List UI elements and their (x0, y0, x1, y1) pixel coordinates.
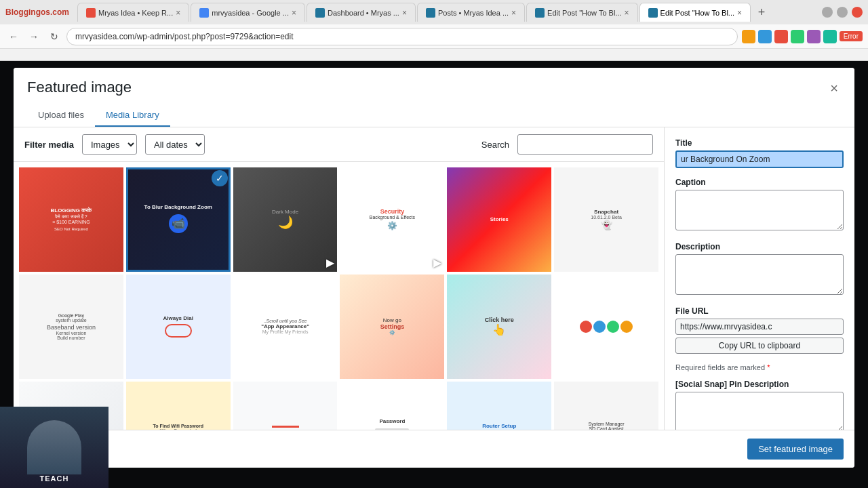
avatar-figure (27, 420, 81, 474)
media-item-11[interactable]: Click here 👆 (447, 274, 551, 379)
media-item-6[interactable]: Snapchat 10.61.2.0 Beta 👻 (554, 167, 658, 272)
media-item-15[interactable]: ⬇️ (233, 382, 338, 430)
tab-5-close[interactable]: × (625, 8, 629, 18)
media-item-2[interactable]: To Blur Background Zoom 📹 ✓ (126, 167, 231, 272)
play-overlay-3: ▶ (326, 256, 334, 269)
featured-image-modal: Featured image × Upload files Media Libr… (14, 68, 854, 468)
presenter-avatar: TEACH (0, 407, 108, 488)
tab-5[interactable]: Edit Post "How To Bl... × (526, 3, 637, 22)
tab-1-label: Mryas Idea • Keep R... (98, 9, 173, 17)
ext-5[interactable] (807, 30, 821, 43)
modal-tab-list: Upload files Media Library (27, 104, 841, 127)
copy-url-button[interactable]: Copy URL to clipboard (675, 338, 844, 354)
tab-2-label: mrvyasidea - Google ... (212, 9, 289, 17)
selected-check-badge: ✓ (212, 170, 228, 186)
site-logo: Bloggingos.com (5, 7, 69, 17)
tab-3-label: Dashboard • Mryas ... (328, 9, 399, 17)
reload-button[interactable]: ↻ (46, 28, 62, 45)
browser-toolbar: ← → ↻ mrvyasidea.com/wp-admin/post.php?p… (0, 24, 868, 49)
social-snap-pin-label: [Social Snap] Pin Description (675, 380, 844, 389)
tab-1[interactable]: Mryas Idea • Keep R... × (77, 3, 189, 22)
tab-3[interactable]: Dashboard • Mryas ... × (307, 3, 416, 22)
media-toolbar: Filter media Images Audio Video All date… (14, 127, 664, 162)
ext-6[interactable] (823, 30, 837, 43)
tab-media-library[interactable]: Media Library (95, 104, 170, 127)
tab-list: Mryas Idea • Keep R... × mrvyasidea - Go… (77, 3, 814, 22)
tab-1-close[interactable]: × (176, 8, 180, 18)
ext-1[interactable] (742, 30, 755, 43)
new-tab-button[interactable]: + (752, 3, 771, 22)
tab-2-close[interactable]: × (292, 8, 296, 18)
media-item-10[interactable]: Now go Settings ⚙️ (340, 274, 444, 379)
file-url-row: File URL Copy URL to clipboard (675, 306, 844, 354)
media-grid: BLOGGING करके पैसे कमा सकते हैं ? = $100… (19, 167, 658, 430)
description-textarea[interactable] (675, 254, 844, 295)
media-item-7[interactable]: Google Play system update Baseband versi… (19, 274, 123, 379)
ext-3[interactable] (774, 30, 788, 43)
tab-4-label: Posts • Mryas Idea ... (438, 9, 509, 17)
search-label: Search (481, 140, 509, 150)
media-item-3[interactable]: Dark Mode 🌙 ▶ (233, 167, 338, 272)
media-item-9[interactable]: ..Scroll until you See "App Appearance" … (233, 274, 338, 379)
file-url-input[interactable] (675, 319, 844, 335)
media-item-4[interactable]: Security Background & Effects ⚙️ ▶ (340, 167, 444, 272)
minimize-button[interactable] (822, 7, 833, 18)
modal-overlay: Featured image × Upload files Media Libr… (0, 61, 868, 488)
tab-6-close[interactable]: × (737, 8, 742, 18)
media-item-12[interactable] (554, 274, 658, 379)
media-item-17[interactable]: Router Setup Page 🔌 (447, 382, 551, 430)
avatar-placeholder: TEACH (0, 407, 108, 488)
play-overlay-4: ▶ (433, 256, 441, 269)
svg-point-0 (169, 214, 188, 233)
ext-2[interactable] (758, 30, 772, 43)
title-input[interactable] (675, 150, 844, 168)
tab-4[interactable]: Posts • Mryas Idea ... × (417, 3, 525, 22)
social-snap-pin-textarea[interactable] (675, 392, 844, 430)
tab-4-close[interactable]: × (511, 8, 516, 18)
tab-1-favicon (86, 8, 96, 18)
tab-3-favicon (315, 8, 325, 18)
filter-type-select[interactable]: Images Audio Video (82, 134, 137, 155)
search-input[interactable] (517, 134, 653, 155)
modal-footer: Set featured image (14, 430, 854, 468)
media-item-5[interactable]: Stories (447, 167, 551, 272)
caption-textarea[interactable] (675, 190, 844, 230)
details-panel: Title Caption Description (665, 127, 854, 430)
tab-2-favicon (199, 8, 209, 18)
error-badge: Error (840, 31, 863, 41)
modal-close-button[interactable]: × (825, 79, 844, 98)
address-bar[interactable]: mrvyasidea.com/wp-admin/post.php?post=97… (66, 28, 738, 45)
modal-header: Featured image × Upload files Media Libr… (14, 68, 854, 127)
tab-4-favicon (426, 8, 435, 18)
tab-6-label: Edit Post "How To Bl... (660, 9, 734, 17)
required-note: Required fields are marked * (675, 363, 844, 371)
maximize-button[interactable] (837, 7, 848, 18)
svg-text:📹: 📹 (172, 217, 185, 230)
media-item-16[interactable]: Password CANCEL OK (340, 382, 444, 430)
title-label: Title (675, 138, 844, 148)
media-item-18[interactable]: System Manager SD Card Analyst Music Pla… (554, 382, 658, 430)
tab-upload-files[interactable]: Upload files (27, 104, 95, 127)
tab-3-close[interactable]: × (402, 8, 407, 18)
media-item-8[interactable]: Always Dial (126, 274, 231, 379)
avatar-text: TEACH (40, 474, 69, 488)
tab-2[interactable]: mrvyasidea - Google ... × (191, 3, 305, 22)
close-button[interactable] (852, 7, 863, 18)
modal-title: Featured image (27, 79, 841, 96)
ext-4[interactable] (791, 30, 804, 43)
tab-6[interactable]: Edit Post "How To Bl... × (639, 3, 751, 22)
caption-row: Caption (675, 178, 844, 232)
browser-chrome: Bloggingos.com Mryas Idea • Keep R... × … (0, 0, 868, 61)
tab-6-favicon (648, 8, 658, 18)
media-item-14[interactable]: To Find Wifi Password When Connected 📶 (126, 382, 231, 430)
back-button[interactable]: ← (5, 28, 22, 45)
forward-button[interactable]: → (26, 28, 42, 45)
filter-date-select[interactable]: All dates (145, 134, 205, 155)
description-row: Description (675, 242, 844, 297)
set-featured-image-button[interactable]: Set featured image (747, 439, 844, 460)
media-item-1[interactable]: BLOGGING करके पैसे कमा सकते हैं ? = $100… (19, 167, 123, 272)
file-url-label: File URL (675, 306, 844, 316)
media-grid-container[interactable]: BLOGGING करके पैसे कमा सकते हैं ? = $100… (14, 162, 664, 430)
tab-5-label: Edit Post "How To Bl... (547, 9, 621, 17)
browser-titlebar: Bloggingos.com Mryas Idea • Keep R... × … (0, 0, 868, 24)
